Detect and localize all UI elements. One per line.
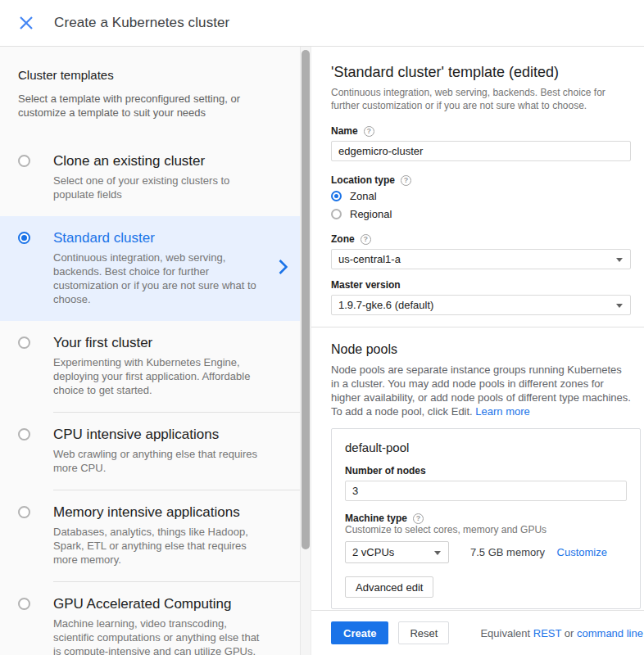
template-title: GPU Accelerated Computing bbox=[53, 595, 262, 612]
templates-sidebar: Cluster templates Select a template with… bbox=[0, 47, 311, 655]
help-icon[interactable]: ? bbox=[401, 175, 411, 186]
master-version-select[interactable]: 1.9.7-gke.6 (default) bbox=[331, 295, 631, 315]
form-title: 'Standard cluster' template (edited) bbox=[331, 63, 631, 81]
number-of-nodes-label: Number of nodes bbox=[345, 465, 426, 477]
machine-type-label-row: Machine type ? bbox=[345, 513, 627, 524]
zonal-label: Zonal bbox=[350, 190, 377, 202]
number-of-nodes-label-row: Number of nodes bbox=[345, 465, 627, 477]
location-regional-radio[interactable]: Regional bbox=[331, 206, 631, 222]
master-version-value: 1.9.7-gke.6 (default) bbox=[338, 299, 433, 311]
dropdown-arrow-icon bbox=[616, 304, 623, 308]
equivalent-text: Equivalent REST or command line bbox=[480, 627, 643, 639]
template-option-clone-existing[interactable]: Clone an existing cluster Select one of … bbox=[0, 139, 311, 216]
memory-value: 7.5 GB memory bbox=[470, 546, 545, 558]
or-text: or bbox=[561, 627, 577, 639]
cluster-name-input[interactable] bbox=[331, 141, 631, 161]
dropdown-arrow-icon bbox=[434, 551, 441, 555]
equivalent-prefix: Equivalent bbox=[480, 627, 533, 639]
template-description: Web crawling or anything else that requi… bbox=[53, 447, 262, 475]
radio-unselected-icon[interactable] bbox=[18, 506, 30, 518]
machine-type-label: Machine type bbox=[345, 513, 407, 524]
form-content: 'Standard cluster' template (edited) Con… bbox=[311, 47, 644, 610]
location-zonal-radio[interactable]: Zonal bbox=[331, 188, 631, 204]
template-description: Machine learning, video transcoding, sci… bbox=[53, 617, 262, 655]
close-icon[interactable] bbox=[18, 15, 34, 31]
learn-more-link[interactable]: Learn more bbox=[475, 405, 529, 418]
dialog-header: Create a Kubernetes cluster bbox=[0, 0, 644, 47]
master-version-label: Master version bbox=[331, 279, 401, 291]
template-option-cpu-intensive[interactable]: CPU intensive applications Web crawling … bbox=[0, 413, 311, 490]
dialog-footer: Create Reset Equivalent REST or command … bbox=[311, 610, 644, 655]
template-title: Standard cluster bbox=[53, 229, 262, 246]
name-label-row: Name ? bbox=[331, 125, 631, 137]
zone-label-row: Zone ? bbox=[331, 233, 631, 245]
help-icon[interactable]: ? bbox=[413, 513, 424, 524]
template-title: CPU intensive applications bbox=[53, 426, 262, 443]
help-icon[interactable]: ? bbox=[361, 234, 371, 245]
machine-type-value: 2 vCPUs bbox=[352, 546, 394, 558]
template-title: Clone an existing cluster bbox=[53, 152, 262, 169]
help-icon[interactable]: ? bbox=[364, 126, 374, 137]
radio-selected-icon[interactable] bbox=[18, 232, 30, 244]
zone-label: Zone bbox=[331, 233, 355, 245]
template-description: Experimenting with Kubernetes Engine, de… bbox=[53, 355, 262, 397]
template-description: Continuous integration, web serving, bac… bbox=[53, 251, 262, 306]
reset-button[interactable]: Reset bbox=[398, 621, 449, 644]
radio-unselected-icon[interactable] bbox=[18, 337, 30, 349]
node-pools-heading: Node pools bbox=[331, 341, 631, 358]
name-label: Name bbox=[331, 125, 358, 137]
customize-link[interactable]: Customize bbox=[557, 546, 607, 558]
machine-type-select[interactable]: 2 vCPUs bbox=[345, 541, 449, 563]
location-type-label-row: Location type ? bbox=[331, 174, 631, 186]
template-option-standard-cluster[interactable]: Standard cluster Continuous integration,… bbox=[0, 216, 311, 321]
template-form-panel: 'Standard cluster' template (edited) Con… bbox=[311, 47, 644, 655]
pool-name: default-pool bbox=[345, 440, 627, 455]
section-divider bbox=[311, 327, 644, 328]
radio-unselected-icon[interactable] bbox=[18, 155, 30, 167]
radio-unselected-icon[interactable] bbox=[331, 209, 342, 219]
template-title: Your first cluster bbox=[53, 334, 262, 351]
radio-unselected-icon[interactable] bbox=[18, 598, 30, 610]
sidebar-subheading: Select a template with preconfigured set… bbox=[18, 92, 261, 120]
dialog-title: Create a Kubernetes cluster bbox=[54, 15, 229, 31]
chevron-right-icon bbox=[279, 260, 288, 278]
master-version-label-row: Master version bbox=[331, 279, 631, 291]
sidebar-heading: Cluster templates bbox=[18, 68, 261, 83]
template-option-memory-intensive[interactable]: Memory intensive applications Databases,… bbox=[0, 490, 311, 581]
command-line-link[interactable]: command line bbox=[577, 627, 643, 639]
sidebar-intro: Cluster templates Select a template with… bbox=[0, 47, 311, 139]
default-pool-card: default-pool Number of nodes Machine typ… bbox=[331, 428, 641, 609]
sidebar-scrollbar-thumb[interactable] bbox=[302, 50, 310, 549]
form-description: Continuous integration, web serving, bac… bbox=[331, 86, 631, 112]
zone-value: us-central1-a bbox=[338, 253, 401, 265]
radio-unselected-icon[interactable] bbox=[18, 428, 30, 440]
create-button[interactable]: Create bbox=[331, 621, 388, 644]
zone-select[interactable]: us-central1-a bbox=[331, 249, 631, 269]
machine-type-hint: Customize to select cores, memory and GP… bbox=[345, 524, 627, 536]
machine-type-row: 2 vCPUs 7.5 GB memory Customize bbox=[345, 541, 627, 563]
number-of-nodes-input[interactable] bbox=[345, 481, 627, 501]
rest-link[interactable]: REST bbox=[533, 627, 561, 639]
regional-label: Regional bbox=[350, 208, 392, 220]
dropdown-arrow-icon bbox=[616, 258, 623, 262]
node-pools-description: Node pools are separate instance groups … bbox=[331, 363, 631, 418]
advanced-edit-button[interactable]: Advanced edit bbox=[345, 576, 433, 598]
template-description: Databases, analytics, things like Hadoop… bbox=[53, 525, 262, 567]
create-cluster-dialog: Create a Kubernetes cluster Cluster temp… bbox=[0, 0, 644, 655]
location-type-label: Location type bbox=[331, 174, 395, 186]
template-option-your-first-cluster[interactable]: Your first cluster Experimenting with Ku… bbox=[0, 321, 311, 412]
radio-selected-icon[interactable] bbox=[331, 191, 342, 201]
sidebar-scrollbar[interactable] bbox=[300, 47, 311, 655]
template-description: Select one of your existing clusters to … bbox=[53, 174, 262, 201]
template-title: Memory intensive applications bbox=[53, 504, 262, 521]
template-option-gpu-accelerated[interactable]: GPU Accelerated Computing Machine learni… bbox=[0, 582, 311, 655]
